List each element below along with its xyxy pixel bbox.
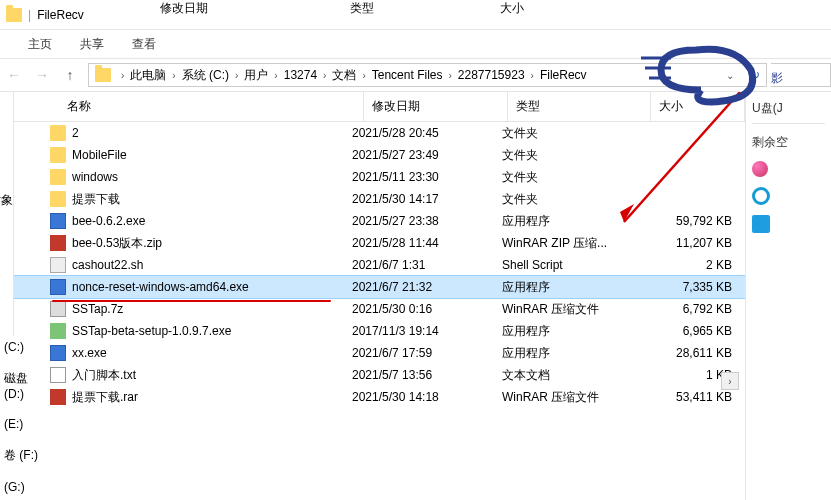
top-hdr-type: 类型 [310, 0, 460, 18]
breadcrumb-item[interactable]: 13274 [282, 68, 319, 82]
file-date: 2021/6/7 21:32 [344, 280, 494, 294]
file-type: 应用程序 [494, 213, 644, 230]
hdr-date[interactable]: 修改日期 [364, 92, 507, 121]
file-type: 文件夹 [494, 147, 644, 164]
file-row[interactable]: bee-0.6.2.exe2021/5/27 23:38应用程序59,792 K… [14, 210, 745, 232]
file-name: windows [72, 170, 118, 184]
breadcrumb-item[interactable]: 2287715923 [456, 68, 527, 82]
file-name: nonce-reset-windows-amd64.exe [72, 280, 249, 294]
file-type: WinRAR 压缩文件 [494, 301, 644, 318]
column-headers: 名称 修改日期 类型 大小 [14, 92, 745, 122]
top-hdr-size: 大小 [460, 0, 560, 18]
file-date: 2021/5/30 14:17 [344, 192, 494, 206]
file-date: 2021/6/7 1:31 [344, 258, 494, 272]
file-row[interactable]: nonce-reset-windows-amd64.exe2021/6/7 21… [14, 276, 745, 298]
file-date: 2021/5/30 14:18 [344, 390, 494, 404]
chevron-icon[interactable]: › [444, 70, 455, 81]
menu-share[interactable]: 共享 [80, 36, 104, 53]
drive-icon[interactable] [752, 161, 768, 177]
drive-item[interactable]: (G:) [4, 480, 42, 494]
breadcrumb-item[interactable]: 用户 [242, 68, 270, 82]
file-row[interactable]: 入门脚本.txt2021/5/7 13:56文本文档1 KB [14, 364, 745, 386]
file-size: 11,207 KB [644, 236, 742, 250]
chevron-icon[interactable]: › [270, 70, 281, 81]
usb-header: U盘(J [752, 100, 825, 124]
file-icon [50, 257, 66, 273]
file-name: 提票下载 [72, 191, 120, 208]
file-icon [50, 169, 66, 185]
file-name: 提票下载.rar [72, 389, 138, 406]
drive-item[interactable]: 卷 (F:) [4, 447, 42, 464]
file-row[interactable]: 22021/5/28 20:45文件夹 [14, 122, 745, 144]
refresh-button[interactable]: ↻ [744, 68, 766, 82]
file-date: 2021/5/28 20:45 [344, 126, 494, 140]
file-name: 入门脚本.txt [72, 367, 136, 384]
right-panel: U盘(J 剩余空 [745, 92, 831, 500]
file-size: 28,611 KB [644, 346, 742, 360]
dropdown-icon[interactable]: ⌄ [716, 61, 744, 89]
scroll-right-button[interactable]: › [721, 372, 739, 390]
chevron-icon[interactable]: › [319, 70, 330, 81]
drive-item[interactable]: 磁盘 (D:) [4, 370, 42, 401]
drive-item[interactable]: (E:) [4, 417, 42, 431]
file-date: 2021/5/27 23:49 [344, 148, 494, 162]
chevron-icon[interactable]: › [168, 70, 179, 81]
file-icon [50, 323, 66, 339]
file-date: 2021/5/7 13:56 [344, 368, 494, 382]
file-icon [50, 301, 66, 317]
file-name: cashout22.sh [72, 258, 143, 272]
nav-back-button[interactable]: ← [0, 61, 28, 89]
breadcrumb-item[interactable]: 文档 [330, 68, 358, 82]
file-type: 应用程序 [494, 323, 644, 340]
file-row[interactable]: 提票下载.rar2021/5/30 14:18WinRAR 压缩文件53,411… [14, 386, 745, 408]
file-row[interactable]: 提票下载2021/5/30 14:17文件夹 [14, 188, 745, 210]
file-name: xx.exe [72, 346, 107, 360]
file-row[interactable]: MobileFile2021/5/27 23:49文件夹 [14, 144, 745, 166]
chevron-icon[interactable]: › [358, 70, 369, 81]
drive-item[interactable]: (C:) [4, 340, 42, 354]
hdr-type[interactable]: 类型 [508, 92, 651, 121]
chevron-icon[interactable]: › [117, 70, 128, 81]
drive-icon[interactable] [752, 187, 770, 205]
file-icon [50, 345, 66, 361]
file-name: bee-0.53版本.zip [72, 235, 162, 252]
breadcrumb-item[interactable]: FileRecv [538, 68, 589, 82]
file-type: Shell Script [494, 258, 644, 272]
nav-label: 对象 [0, 192, 13, 209]
file-name: bee-0.6.2.exe [72, 214, 145, 228]
file-date: 2017/11/3 19:14 [344, 324, 494, 338]
breadcrumb-item[interactable]: 此电脑 [128, 68, 168, 82]
drive-icon[interactable] [752, 215, 770, 233]
file-size: 2 KB [644, 258, 742, 272]
breadcrumb-item[interactable]: Tencent Files [370, 68, 445, 82]
file-type: 文本文档 [494, 367, 644, 384]
file-row[interactable]: SSTap-beta-setup-1.0.9.7.exe2017/11/3 19… [14, 320, 745, 342]
file-row[interactable]: xx.exe2021/6/7 17:59应用程序28,611 KB [14, 342, 745, 364]
file-row[interactable]: bee-0.53版本.zip2021/5/28 11:44WinRAR ZIP … [14, 232, 745, 254]
file-icon [50, 235, 66, 251]
hdr-name[interactable]: 名称 [49, 92, 365, 121]
search-box[interactable] [771, 63, 831, 87]
drive-list: (C:)磁盘 (D:)(E:)卷 (F:)(G:) [0, 336, 42, 500]
file-type: 文件夹 [494, 191, 644, 208]
top-hdr-date: 修改日期 [160, 0, 310, 18]
menu-home[interactable]: 主页 [28, 36, 52, 53]
breadcrumb-item[interactable]: 系统 (C:) [180, 68, 231, 82]
file-date: 2021/6/7 17:59 [344, 346, 494, 360]
chevron-icon[interactable]: › [231, 70, 242, 81]
file-size: 53,411 KB [644, 390, 742, 404]
nav-fwd-button[interactable]: → [28, 61, 56, 89]
breadcrumb-box[interactable]: › 此电脑›系统 (C:)›用户›13274›文档›Tencent Files›… [88, 63, 767, 87]
hdr-size[interactable]: 大小 [651, 92, 745, 121]
file-row[interactable]: windows2021/5/11 23:30文件夹 [14, 166, 745, 188]
file-type: 文件夹 [494, 125, 644, 142]
file-row[interactable]: cashout22.sh2021/6/7 1:31Shell Script2 K… [14, 254, 745, 276]
file-icon [50, 367, 66, 383]
chevron-icon[interactable]: › [527, 70, 538, 81]
nav-up-button[interactable]: ↑ [56, 61, 84, 89]
menu-view[interactable]: 查看 [132, 36, 156, 53]
file-date: 2021/5/27 23:38 [344, 214, 494, 228]
file-type: WinRAR ZIP 压缩... [494, 235, 644, 252]
file-icon [50, 147, 66, 163]
menubar: 主页 共享 查看 [0, 30, 831, 58]
